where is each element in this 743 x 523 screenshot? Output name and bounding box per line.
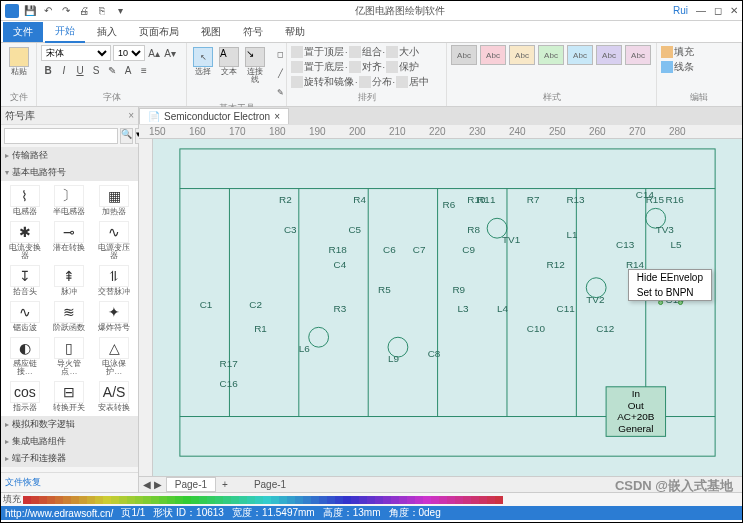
symbol-item[interactable]: △电泳保护… (92, 335, 136, 378)
color-swatch[interactable] (271, 496, 279, 504)
color-swatch[interactable] (79, 496, 87, 504)
style-swatch[interactable]: Abc (596, 45, 622, 65)
file-recovery-link[interactable]: 文件恢复 (1, 472, 138, 492)
select-tool[interactable]: ↖选择 (191, 45, 215, 78)
color-swatch[interactable] (47, 496, 55, 504)
color-swatch[interactable] (447, 496, 455, 504)
color-swatch[interactable] (311, 496, 319, 504)
page-tab[interactable]: Page-1 (166, 477, 216, 492)
close-icon[interactable]: ✕ (730, 5, 738, 16)
color-swatch[interactable] (303, 496, 311, 504)
color-swatch[interactable] (167, 496, 175, 504)
color-swatch[interactable] (479, 496, 487, 504)
doc-close-icon[interactable]: × (274, 111, 280, 122)
color-swatch[interactable] (439, 496, 447, 504)
search-button-icon[interactable]: 🔍 (120, 128, 133, 144)
tab-insert[interactable]: 插入 (87, 22, 127, 42)
style-swatch[interactable]: Abc (509, 45, 535, 65)
group[interactable]: 组合 (362, 45, 382, 59)
underline-button[interactable]: U (73, 63, 87, 77)
color-swatch[interactable] (247, 496, 255, 504)
color-swatch[interactable] (415, 496, 423, 504)
color-swatch[interactable] (119, 496, 127, 504)
color-swatch[interactable] (95, 496, 103, 504)
color-swatch[interactable] (391, 496, 399, 504)
accordion-header[interactable]: 集成电路组件 (1, 433, 138, 450)
style-swatch[interactable]: Abc (538, 45, 564, 65)
color-swatch[interactable] (199, 496, 207, 504)
symbol-item[interactable]: 〕半电感器 (48, 183, 92, 218)
symbol-item[interactable]: ∿电源变压器 (92, 219, 136, 262)
color-swatch[interactable] (431, 496, 439, 504)
italic-button[interactable]: I (57, 63, 71, 77)
color-swatch[interactable] (495, 496, 503, 504)
color-swatch[interactable] (175, 496, 183, 504)
qat-save-icon[interactable]: 💾 (23, 4, 37, 18)
symbol-item[interactable]: ⥮交替脉冲 (92, 263, 136, 298)
status-url[interactable]: http://www.edrawsoft.cn/ (5, 508, 113, 519)
color-swatch[interactable] (423, 496, 431, 504)
symbol-item[interactable]: A/S安表转换 (92, 379, 136, 414)
color-swatch[interactable] (255, 496, 263, 504)
color-swatch[interactable] (135, 496, 143, 504)
symbol-search-input[interactable] (4, 128, 118, 144)
color-swatch[interactable] (487, 496, 495, 504)
color-swatch[interactable] (295, 496, 303, 504)
color-swatch[interactable] (151, 496, 159, 504)
font-shrink-icon[interactable]: A▾ (163, 46, 177, 60)
tab-view[interactable]: 视图 (191, 22, 231, 42)
color-swatch[interactable] (343, 496, 351, 504)
drawing-canvas[interactable]: C1C2C3C4C5C6C7C8C9C10C11C12C13C14C15C16R… (153, 139, 742, 476)
color-swatch[interactable] (287, 496, 295, 504)
accordion-header[interactable]: 端子和连接器 (1, 450, 138, 467)
symbol-item[interactable]: ▯导火管点… (48, 335, 92, 378)
tab-layout[interactable]: 页面布局 (129, 22, 189, 42)
color-swatch[interactable] (375, 496, 383, 504)
color-swatch[interactable] (351, 496, 359, 504)
color-swatch[interactable] (63, 496, 71, 504)
size[interactable]: 大小 (399, 45, 419, 59)
symbol-item[interactable]: cos指示器 (3, 379, 47, 414)
style-swatch[interactable]: Abc (567, 45, 593, 65)
ctx-hide-envelope[interactable]: Hide EEnvelop (629, 270, 711, 285)
symbol-item[interactable]: ▦加热器 (92, 183, 136, 218)
color-swatch[interactable] (159, 496, 167, 504)
color-swatch[interactable] (407, 496, 415, 504)
color-swatch[interactable] (39, 496, 47, 504)
color-swatch[interactable] (127, 496, 135, 504)
align[interactable]: 对齐 (362, 60, 382, 74)
style-swatch[interactable]: Abc (625, 45, 651, 65)
rotate[interactable]: 旋转和镜像 (304, 75, 354, 89)
color-swatch[interactable] (455, 496, 463, 504)
color-swatch[interactable] (31, 496, 39, 504)
protect[interactable]: 保护 (399, 60, 419, 74)
color-swatch[interactable] (111, 496, 119, 504)
color-swatch[interactable] (55, 496, 63, 504)
paste-button[interactable]: 粘贴 (5, 45, 32, 78)
color-swatch[interactable] (207, 496, 215, 504)
style-swatch[interactable]: Abc (480, 45, 506, 65)
symbol-item[interactable]: ⌇电感器 (3, 183, 47, 218)
color-swatch[interactable] (103, 496, 111, 504)
line-button[interactable]: 线条 (674, 60, 694, 74)
color-swatch[interactable] (231, 496, 239, 504)
bring-front[interactable]: 置于顶层 (304, 45, 344, 59)
symbol-item[interactable]: ⊟转换开关 (48, 379, 92, 414)
distribute[interactable]: 分布 (372, 75, 392, 89)
document-tab[interactable]: 📄 Semiconductor Electron × (139, 108, 289, 124)
tab-home[interactable]: 开始 (45, 21, 85, 43)
font-name-select[interactable]: 宋体 (41, 45, 111, 61)
tab-help[interactable]: 帮助 (275, 22, 315, 42)
center[interactable]: 居中 (409, 75, 429, 89)
color-swatch[interactable] (143, 496, 151, 504)
font-color-button[interactable]: A (121, 63, 135, 77)
symbol-item[interactable]: ✦爆炸符号 (92, 299, 136, 334)
color-swatch[interactable] (183, 496, 191, 504)
bold-button[interactable]: B (41, 63, 55, 77)
color-swatch[interactable] (367, 496, 375, 504)
user-label[interactable]: Rui (673, 5, 688, 16)
symbol-item[interactable]: ✱电流变换器 (3, 219, 47, 262)
color-swatch[interactable] (239, 496, 247, 504)
qat-undo-icon[interactable]: ↶ (41, 4, 55, 18)
color-swatch[interactable] (191, 496, 199, 504)
